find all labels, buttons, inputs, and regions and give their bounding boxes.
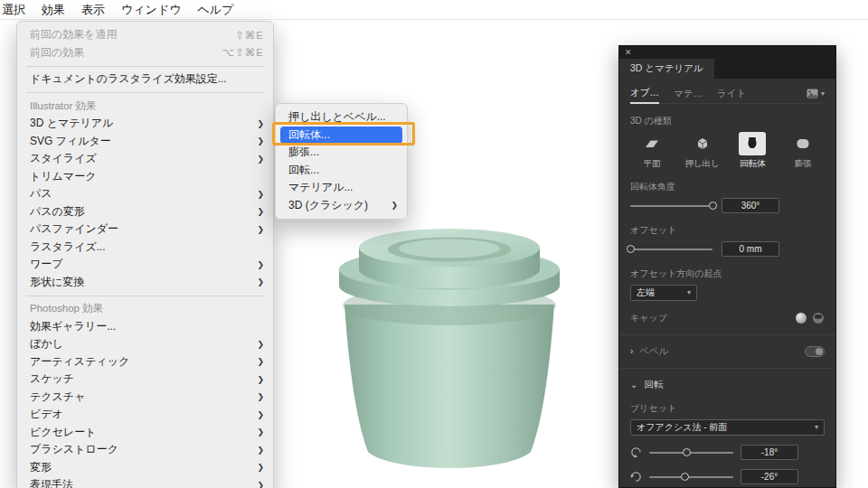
bevel-label: ベベル — [639, 345, 668, 358]
menu-item-video[interactable]: ビデオ❯ — [17, 406, 273, 424]
cap-options — [795, 312, 825, 324]
menu-item-convert-to-shape[interactable]: 形状に変換❯ — [17, 274, 273, 292]
menu-item-materials[interactable]: マテリアル... — [276, 179, 407, 197]
rotation-x-value[interactable]: -18° — [741, 445, 798, 460]
caret-down-icon: ▾ — [821, 90, 825, 98]
menu-item-artistic[interactable]: アーティスティック❯ — [17, 353, 273, 371]
menu-item-illustrator-effects-header: Illustrator 効果 — [17, 98, 273, 116]
menu-item-shortcut: ⇧⌘E — [235, 29, 264, 42]
menu-item-distort[interactable]: 変形❯ — [17, 459, 273, 477]
menu-item-rasterize[interactable]: ラスタライズ... — [17, 239, 273, 257]
3d-revolved-cup-object[interactable] — [327, 219, 571, 488]
type-option-plane[interactable]: 平面 — [630, 132, 674, 170]
panel-tab-3d-and-materials[interactable]: 3D とマテリアル — [619, 59, 714, 79]
submenu-arrow-icon: ❯ — [257, 155, 264, 164]
slider-handle[interactable] — [681, 473, 689, 481]
slider-handle[interactable] — [627, 245, 635, 253]
menu-item-brush-strokes[interactable]: ブラシストローク❯ — [17, 441, 273, 459]
menubar-item-view[interactable]: 表示 — [73, 0, 113, 20]
type-option-extrude[interactable]: 押し出し — [681, 132, 724, 170]
3d-type-options: 平面 押し出し 回転体 膨張 — [630, 132, 825, 170]
menubar-item-select[interactable]: 選択 — [0, 0, 33, 20]
cap-row: キャップ — [630, 312, 825, 324]
slider-handle[interactable] — [683, 448, 691, 456]
menu-item-label: パスの変形 — [30, 204, 250, 220]
effect-menu: 前回の効果を適用⇧⌘E前回の効果⌥⇧⌘Eドキュメントのラスタライズ効果設定...… — [16, 21, 274, 488]
cap-solid-icon[interactable] — [795, 312, 807, 324]
panel-subtabs: オブ… マテ… ライト ▾ — [630, 84, 825, 104]
menu-item-stylize-effects[interactable]: 表現手法❯ — [17, 476, 273, 488]
render-settings-button[interactable]: ▾ — [807, 89, 825, 99]
offset-slider[interactable] — [630, 249, 712, 250]
menu-item-texture[interactable]: テクスチャ❯ — [17, 389, 273, 407]
revolve-angle-slider[interactable] — [630, 205, 712, 207]
bevel-toggle[interactable] — [805, 346, 825, 357]
menu-item-label: 変形 — [30, 460, 250, 475]
menubar-item-window[interactable]: ウィンドウ — [113, 0, 190, 20]
submenu-arrow-icon: ❯ — [257, 260, 264, 269]
rotate-x-icon — [630, 446, 642, 458]
menu-item-path[interactable]: パス❯ — [17, 185, 273, 203]
extrude-icon — [689, 132, 716, 155]
menu-item-label: パス — [30, 186, 250, 202]
menu-item-distort-and-transform[interactable]: パスの変形❯ — [17, 203, 273, 221]
menu-item-document-raster-effect-settings[interactable]: ドキュメントのラスタライズ効果設定... — [17, 70, 273, 89]
type-option-revolve[interactable]: 回転体 — [731, 132, 775, 170]
subtab-material[interactable]: マテ… — [674, 85, 703, 103]
menubar-item-effect[interactable]: 効果 — [33, 0, 73, 20]
rotation-section-header[interactable]: ⌄ 回転 — [630, 379, 825, 391]
revolve-icon — [739, 132, 766, 155]
bevel-expand-icon[interactable]: › — [630, 347, 633, 356]
panel-body: オブ… マテ… ライト ▾ 3D の種類 平面 — [619, 79, 835, 487]
rotation-x-slider[interactable] — [649, 452, 733, 454]
offset-origin-select[interactable]: 左端 ▾ — [630, 285, 697, 301]
submenu-arrow-icon: ❯ — [257, 136, 264, 145]
type-option-label: 回転体 — [740, 158, 766, 170]
menu-item-label: パスファインダー — [30, 221, 250, 237]
submenu-arrow-icon: ❯ — [257, 392, 264, 401]
caret-down-icon: ▾ — [687, 289, 691, 296]
menu-item-label: 膨張... — [288, 145, 398, 160]
close-icon[interactable]: ✕ — [625, 49, 632, 57]
rotation-y-value[interactable]: -26° — [741, 469, 798, 484]
annotation-highlight-box — [272, 122, 415, 145]
menu-item-label: 形状に変換 — [30, 275, 250, 290]
menu-item-label: スケッチ — [30, 371, 250, 387]
menu-item-stylize[interactable]: スタイライズ❯ — [17, 150, 273, 168]
menu-item-pathfinder[interactable]: パスファインダー❯ — [17, 221, 273, 239]
submenu-arrow-icon: ❯ — [257, 225, 264, 234]
menu-item-apply-last-effect[interactable]: 前回の効果を適用⇧⌘E — [17, 26, 273, 44]
submenu-arrow-icon: ❯ — [257, 463, 264, 472]
rotation-preset-select[interactable]: オフアクシス法 - 前面 ▾ — [630, 419, 825, 436]
menu-item-inflate[interactable]: 膨張... — [276, 144, 407, 162]
menu-item-sketch[interactable]: スケッチ❯ — [17, 371, 273, 389]
submenu-arrow-icon: ❯ — [257, 375, 264, 384]
menu-item-blur[interactable]: ぼかし❯ — [17, 335, 273, 353]
offset-value[interactable]: 0 mm — [722, 241, 779, 257]
submenu-arrow-icon: ❯ — [257, 119, 264, 128]
menubar-item-help[interactable]: ヘルプ — [190, 0, 242, 20]
revolve-angle-label: 回転体角度 — [630, 181, 825, 193]
menu-item-last-effect[interactable]: 前回の効果⌥⇧⌘E — [17, 44, 273, 62]
cap-hollow-icon[interactable] — [812, 312, 825, 324]
menu-item-effect-gallery[interactable]: 効果ギャラリー... — [17, 318, 273, 336]
type-option-inflate[interactable]: 膨張 — [781, 132, 825, 170]
menu-item-3d-and-materials[interactable]: 3D とマテリアル❯ — [17, 115, 273, 133]
menu-item-label: 回転... — [288, 163, 398, 178]
rotation-y-slider[interactable] — [649, 476, 733, 478]
menu-item-label: トリムマーク — [30, 169, 264, 184]
panel-tab-bar: 3D とマテリアル — [619, 59, 835, 79]
menu-item-3d-classic[interactable]: 3D (クラシック)❯ — [276, 197, 407, 215]
revolve-angle-value[interactable]: 360° — [722, 198, 779, 213]
subtab-object[interactable]: オブ… — [630, 84, 659, 104]
menu-item-label: アーティスティック — [30, 354, 250, 370]
menu-item-svg-filters[interactable]: SVG フィルター❯ — [17, 133, 273, 151]
subtab-light[interactable]: ライト — [717, 85, 746, 103]
menu-item-shortcut: ⌥⇧⌘E — [222, 46, 264, 59]
menu-item-rotate[interactable]: 回転... — [276, 162, 407, 180]
menu-item-label: 表現手法 — [30, 477, 250, 488]
slider-handle[interactable] — [709, 202, 717, 210]
menu-item-warp[interactable]: ワープ❯ — [17, 256, 273, 274]
menu-item-pixelate[interactable]: ピクセレート❯ — [17, 424, 273, 442]
menu-item-trim-marks[interactable]: トリムマーク — [17, 168, 273, 186]
